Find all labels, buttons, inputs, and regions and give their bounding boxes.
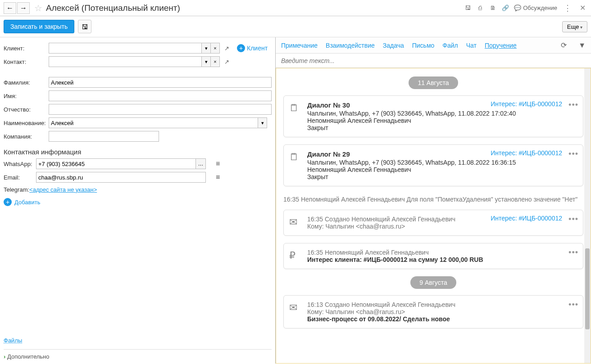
company-field[interactable] bbox=[49, 131, 159, 142]
lastname-field[interactable] bbox=[49, 77, 272, 88]
card-line: Бизнес-процесс от 09.08.2022/ Сделать но… bbox=[307, 315, 577, 323]
form-pane: Клиент: ▾ × ↗ + Клиент Контакт: ▾ × ↗ Фа… bbox=[0, 37, 276, 364]
tab-chat[interactable]: Чат bbox=[466, 42, 477, 49]
date-separator: 9 Августа bbox=[410, 276, 456, 289]
card-menu[interactable]: ••• bbox=[568, 149, 578, 159]
card-line: 16:35 Непомнящий Алексей Геннадьевич bbox=[307, 249, 577, 256]
date-separator: 11 Августа bbox=[409, 76, 458, 89]
tab-file[interactable]: Файл bbox=[442, 42, 458, 49]
kebab-menu[interactable]: ⋮ bbox=[562, 3, 573, 13]
interest-link[interactable]: Интерес: #ИЦБ-0000012 bbox=[491, 149, 562, 157]
email-label: Email: bbox=[4, 174, 36, 181]
client-create-button[interactable]: + Клиент bbox=[237, 44, 268, 52]
patronymic-field[interactable] bbox=[49, 104, 272, 115]
email-field[interactable] bbox=[36, 172, 206, 183]
card-line: Кому: Чаплыгин <chaa@rarus.ru> bbox=[307, 308, 577, 315]
report-icon[interactable]: 🗎 bbox=[489, 4, 497, 12]
contact-clear[interactable]: × bbox=[211, 56, 220, 67]
name-dropdown[interactable]: ▾ bbox=[258, 117, 267, 128]
chat-icon: 💬 bbox=[514, 4, 521, 11]
refresh-icon[interactable]: ⟳ bbox=[561, 41, 567, 49]
interest-card: ₽ ••• 16:35 Непомнящий Алексей Геннадьев… bbox=[283, 243, 583, 269]
discuss-button[interactable]: 💬 Обсуждение bbox=[514, 4, 557, 11]
name-label: Наименование: bbox=[4, 120, 49, 126]
contact-open-icon[interactable]: ↗ bbox=[222, 56, 232, 67]
mail-icon: ✉ bbox=[289, 216, 297, 228]
client-open-icon[interactable]: ↗ bbox=[222, 43, 232, 54]
save-icon[interactable]: 🖫 bbox=[464, 4, 472, 12]
card-line: Непомнящий Алексей Геннадьевич bbox=[307, 117, 577, 124]
activity-pane: Примечание Взаимодействие Задача Письмо … bbox=[276, 37, 591, 364]
tab-task[interactable]: Задача bbox=[383, 42, 404, 49]
nav-back-button[interactable]: ← bbox=[4, 2, 16, 14]
dialog-icon: 🗒 bbox=[289, 151, 299, 163]
lastname-label: Фамилия: bbox=[4, 79, 49, 86]
client-clear[interactable]: × bbox=[211, 43, 220, 54]
interest-link[interactable]: Интерес: #ИЦБ-0000012 bbox=[491, 100, 562, 108]
whatsapp-menu-icon[interactable]: ≡ bbox=[216, 160, 220, 168]
whatsapp-field[interactable] bbox=[36, 158, 196, 169]
ruble-icon: ₽ bbox=[289, 250, 296, 261]
log-entry: 16:35 Непомнящий Алексей Геннадьевич Для… bbox=[283, 193, 583, 210]
files-link[interactable]: Файлы bbox=[4, 337, 22, 344]
save-close-button[interactable]: Записать и закрыть bbox=[4, 20, 74, 33]
card-line: Закрыт bbox=[307, 124, 577, 131]
window-title: Алексей (Потенциальный клиент) bbox=[46, 3, 464, 13]
card-menu[interactable]: ••• bbox=[568, 100, 578, 110]
contact-dropdown[interactable]: ▾ bbox=[202, 56, 211, 67]
telegram-placeholder-link[interactable]: <адрес сайта не указан> bbox=[29, 186, 199, 193]
contact-info-header: Контактная информация bbox=[4, 148, 272, 156]
print-icon[interactable]: ⎙ bbox=[476, 4, 484, 12]
dialog-card: 🗒 Интерес: #ИЦБ-0000012 ••• Диалог № 29 … bbox=[283, 144, 583, 186]
card-menu[interactable]: ••• bbox=[568, 215, 578, 224]
mail-card: ✉ Интерес: #ИЦБ-0000012 ••• 16:35 Создан… bbox=[283, 210, 583, 236]
client-label: Клиент: bbox=[4, 45, 49, 52]
close-button[interactable]: ✕ bbox=[578, 4, 587, 12]
email-menu-icon[interactable]: ≡ bbox=[216, 173, 220, 181]
topbar: ← → ☆ Алексей (Потенциальный клиент) 🖫 ⎙… bbox=[0, 0, 591, 16]
card-line: Чаплыгин, WhatsApp, +7 (903) 5236645, Wh… bbox=[307, 110, 577, 117]
interest-link[interactable]: Интерес: #ИЦБ-0000012 bbox=[491, 215, 562, 222]
favorite-star-icon[interactable]: ☆ bbox=[34, 3, 42, 13]
patronymic-label: Отчество: bbox=[4, 106, 49, 113]
whatsapp-options[interactable]: … bbox=[196, 158, 206, 169]
telegram-label: Telegram: bbox=[4, 186, 29, 193]
save-button[interactable]: 🖫 bbox=[78, 20, 91, 33]
card-line: Интерес клиента: #ИЦБ-0000012 на сумму 1… bbox=[307, 256, 577, 263]
firstname-field[interactable] bbox=[49, 90, 272, 101]
tab-note[interactable]: Примечание bbox=[281, 42, 318, 49]
card-menu[interactable]: ••• bbox=[568, 300, 578, 310]
link-icon[interactable]: 🔗 bbox=[501, 4, 509, 12]
tab-interaction[interactable]: Взаимодействие bbox=[326, 42, 375, 49]
tab-order[interactable]: Поручение bbox=[485, 42, 517, 49]
dialog-icon: 🗒 bbox=[289, 102, 299, 114]
note-input[interactable] bbox=[276, 54, 591, 68]
name-field[interactable] bbox=[49, 117, 258, 128]
filter-icon[interactable]: ▼ bbox=[578, 41, 586, 49]
company-label: Компания: bbox=[4, 133, 49, 140]
feed-scrollbar[interactable] bbox=[584, 68, 591, 363]
more-button[interactable]: Еще bbox=[562, 21, 587, 32]
additional-toggle[interactable]: Дополнительно bbox=[4, 349, 272, 360]
dialog-card: 🗒 Интерес: #ИЦБ-0000012 ••• Диалог № 30 … bbox=[283, 95, 583, 137]
activity-tabs: Примечание Взаимодействие Задача Письмо … bbox=[276, 37, 591, 54]
card-menu[interactable]: ••• bbox=[568, 248, 578, 257]
plus-icon: + bbox=[4, 198, 12, 206]
contact-field[interactable] bbox=[49, 56, 202, 67]
contact-label: Контакт: bbox=[4, 58, 49, 65]
card-line: Кому: Чаплыгин <chaa@rarus.ru> bbox=[307, 223, 577, 230]
client-field[interactable] bbox=[49, 43, 202, 54]
firstname-label: Имя: bbox=[4, 93, 49, 99]
mail-card: ✉ ••• 16:13 Создано Непомнящий Алексей Г… bbox=[283, 295, 583, 328]
activity-feed: 11 Августа 🗒 Интерес: #ИЦБ-0000012 ••• Д… bbox=[276, 68, 591, 364]
tab-letter[interactable]: Письмо bbox=[412, 42, 435, 49]
add-contact-button[interactable]: + Добавить bbox=[4, 198, 272, 206]
whatsapp-label: WhatsApp: bbox=[4, 161, 36, 167]
card-line: Закрыт bbox=[307, 173, 577, 180]
mail-icon: ✉ bbox=[289, 302, 297, 314]
card-line: Чаплыгин, WhatsApp, +7 (903) 5236645, Wh… bbox=[307, 159, 577, 166]
nav-forward-button[interactable]: → bbox=[17, 2, 30, 14]
client-dropdown[interactable]: ▾ bbox=[202, 43, 211, 54]
action-bar: Записать и закрыть 🖫 Еще bbox=[0, 16, 591, 37]
plus-icon: + bbox=[237, 44, 245, 52]
